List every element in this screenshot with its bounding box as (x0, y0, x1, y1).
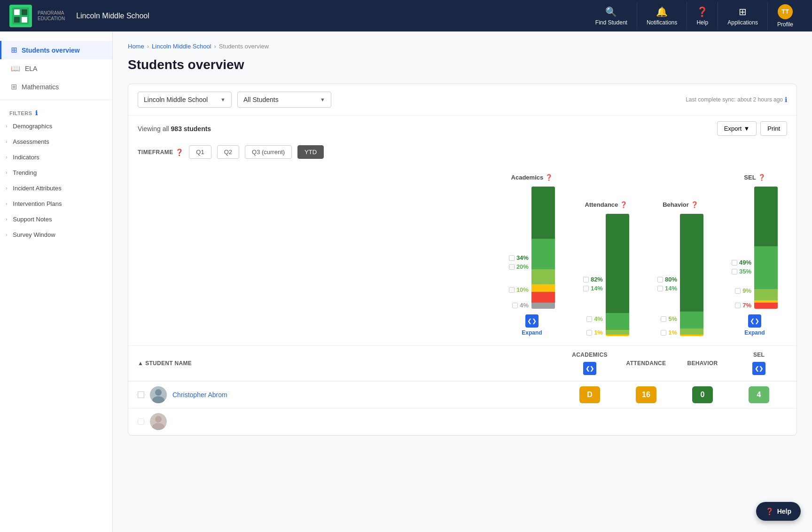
applications-nav[interactable]: ⊞ Applications (718, 2, 768, 30)
profile-nav[interactable]: TT Profile (768, 0, 803, 31)
th-student-name[interactable]: ▲ Student Name (138, 360, 562, 367)
bar-checkbox[interactable] (509, 264, 515, 270)
expand-sel-label[interactable]: Expand (744, 329, 765, 336)
school-dropdown[interactable]: Lincoln Middle School ▼ (138, 92, 232, 108)
chart-section: Academics ❓ 34% (128, 164, 796, 346)
bar-checkbox[interactable] (583, 286, 589, 291)
logo-area[interactable]: PANORAMA EDUCATION (9, 5, 65, 27)
student-cell-2 (138, 413, 562, 430)
logo-icon (9, 5, 32, 27)
academics-badge: D (579, 386, 600, 403)
svg-point-9 (155, 416, 162, 422)
expand-sel-table-button[interactable]: ❮❯ (752, 362, 765, 375)
main-layout: ⊞ Students overview 📖 ELA ⊞ Mathematics … (0, 31, 812, 532)
breadcrumb-home[interactable]: Home (128, 43, 144, 50)
bar-checkbox[interactable] (657, 277, 663, 282)
bar-checkbox[interactable] (586, 316, 592, 322)
bar-checkbox[interactable] (661, 316, 666, 322)
math-icon: ⊞ (11, 82, 17, 91)
sel-header: SEL ❓ (744, 174, 765, 181)
filter-intervention-plans[interactable]: › Intervention Plans (0, 196, 112, 211)
academics-bar (531, 187, 555, 309)
help-nav[interactable]: ❓ Help (687, 2, 718, 30)
timeframe-help-icon[interactable]: ❓ (175, 149, 184, 156)
top-nav: PANORAMA EDUCATION Lincoln Middle School… (0, 0, 812, 31)
chart-behavior: Behavior ❓ 80% 14% (657, 201, 703, 336)
timeframe-q3[interactable]: Q3 (current) (245, 145, 292, 159)
notifications-nav[interactable]: 🔔 Notifications (637, 2, 687, 30)
viewing-text: Viewing all 983 students (138, 125, 211, 133)
sidebar-item-students-overview[interactable]: ⊞ Students overview (0, 41, 112, 59)
expand-academics-table-button[interactable]: ❮❯ (583, 362, 596, 375)
student-name[interactable]: Christopher Abrom (172, 391, 227, 399)
avatar (150, 386, 167, 403)
filter-indicators[interactable]: › Indicators (0, 149, 112, 165)
breadcrumb-school[interactable]: Lincoln Middle School (152, 43, 211, 50)
export-button[interactable]: Export ▼ (717, 121, 757, 136)
chart-sel: SEL ❓ 49% 35% (732, 174, 778, 336)
bar-checkbox[interactable] (509, 287, 515, 293)
pct-row: 10% (509, 286, 529, 293)
behavior-help-icon[interactable]: ❓ (691, 201, 698, 208)
academics-header: Academics ❓ (511, 174, 553, 181)
pct-row: 20% (509, 263, 529, 270)
main-content: Home › Lincoln Middle School › Students … (113, 31, 812, 532)
sidebar-item-ela[interactable]: 📖 ELA (0, 59, 112, 78)
bar-checkbox[interactable] (735, 288, 741, 294)
svg-rect-4 (22, 17, 27, 23)
bar-checkbox[interactable] (512, 303, 518, 308)
sync-info: Last complete sync: about 2 hours ago ℹ (686, 96, 787, 103)
chart-academics: Academics ❓ 34% (509, 174, 555, 336)
help-float-button[interactable]: ❓ Help (756, 502, 801, 521)
academics-badge-cell: D (562, 386, 618, 403)
row-checkbox[interactable] (138, 391, 144, 398)
help-question-icon: ❓ (765, 508, 773, 515)
students-dropdown[interactable]: All Students ▼ (237, 92, 331, 108)
behavior-bar (680, 214, 703, 336)
bar-checkbox[interactable] (586, 330, 592, 336)
grid-icon: ⊞ (11, 46, 17, 55)
attendance-header: Attendance ❓ (585, 201, 628, 208)
sidebar-item-mathematics[interactable]: ⊞ Mathematics (0, 78, 112, 96)
sidebar: ⊞ Students overview 📖 ELA ⊞ Mathematics … (0, 31, 113, 532)
filter-support-notes[interactable]: › Support Notes (0, 211, 112, 227)
filter-assessments[interactable]: › Assessments (0, 134, 112, 149)
svg-rect-1 (14, 9, 20, 15)
find-student-nav[interactable]: 🔍 Find Student (586, 2, 637, 30)
bar-checkbox[interactable] (509, 255, 515, 261)
expand-sel-button[interactable]: ❮❯ (748, 314, 761, 328)
bar-checkbox[interactable] (732, 260, 737, 266)
bar-checkbox[interactable] (732, 269, 737, 274)
filters-label: FILTERS ℹ (0, 104, 112, 118)
chevron-right-icon: › (6, 201, 7, 206)
chevron-down-icon: ▼ (220, 97, 226, 102)
bar-checkbox[interactable] (657, 286, 663, 291)
timeframe-label: TIMEFRAME ❓ (138, 149, 183, 156)
filters-help-icon[interactable]: ℹ (35, 110, 38, 117)
chevron-right-icon: › (6, 124, 7, 129)
row-checkbox[interactable] (138, 418, 144, 425)
filter-demographics[interactable]: › Demographics (0, 118, 112, 134)
filter-trending[interactable]: › Trending (0, 165, 112, 180)
expand-academics-label[interactable]: Expand (522, 329, 542, 336)
bar-checkbox[interactable] (583, 277, 589, 282)
behavior-badge-cell: 0 (674, 386, 731, 403)
chevron-down-icon: ▼ (743, 125, 750, 132)
sel-help-icon[interactable]: ❓ (758, 174, 765, 181)
info-icon[interactable]: ℹ (785, 96, 787, 103)
expand-academics-button[interactable]: ❮❯ (525, 314, 539, 328)
filters-row: Lincoln Middle School ▼ All Students ▼ L… (128, 84, 796, 116)
bar-checkbox[interactable] (735, 303, 741, 308)
bar-checkbox[interactable] (661, 330, 666, 336)
page-title: Students overview (128, 57, 797, 72)
attendance-help-icon[interactable]: ❓ (620, 201, 627, 208)
academics-help-icon[interactable]: ❓ (545, 174, 553, 181)
print-button[interactable]: Print (760, 121, 787, 136)
timeframe-ytd[interactable]: YTD (297, 145, 324, 159)
chevron-right-icon: › (6, 217, 7, 222)
svg-point-6 (155, 389, 162, 396)
filter-incident-attributes[interactable]: › Incident Attributes (0, 180, 112, 196)
timeframe-q1[interactable]: Q1 (189, 145, 211, 159)
timeframe-q2[interactable]: Q2 (217, 145, 239, 159)
filter-survey-window[interactable]: › Survey Window (0, 227, 112, 243)
